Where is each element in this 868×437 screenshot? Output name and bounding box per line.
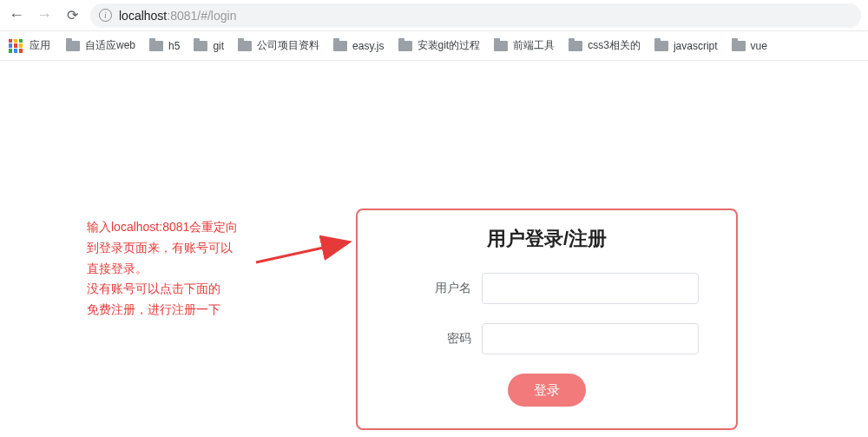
bookmark-item[interactable]: 前端工具 <box>490 38 558 53</box>
browser-toolbar: ← → ⟳ i localhost:8081/#/login <box>0 0 868 31</box>
folder-icon <box>654 41 668 51</box>
username-label: 用户名 <box>395 281 482 296</box>
url-text: localhost:8081/#/login <box>119 9 236 23</box>
address-bar[interactable]: i localhost:8081/#/login <box>90 3 861 28</box>
folder-icon <box>333 41 347 51</box>
forward-button[interactable]: → <box>35 6 54 24</box>
bookmark-item[interactable]: css3相关的 <box>565 38 644 53</box>
bookmark-item[interactable]: javascript <box>651 40 721 52</box>
login-card: 用户登录/注册 用户名 密码 登录 <box>356 209 738 430</box>
password-label: 密码 <box>395 331 482 347</box>
folder-icon <box>149 41 163 51</box>
folder-icon <box>238 41 252 51</box>
svg-line-1 <box>256 242 347 262</box>
username-row: 用户名 <box>375 273 719 304</box>
reload-button[interactable]: ⟳ <box>62 7 82 23</box>
arrow-icon <box>252 232 365 284</box>
bookmark-item[interactable]: 自适应web <box>62 38 139 53</box>
folder-icon <box>569 41 582 51</box>
folder-icon <box>194 41 207 51</box>
bookmark-item[interactable]: git <box>190 40 227 52</box>
folder-icon <box>494 41 508 51</box>
username-input[interactable] <box>482 273 699 304</box>
password-input[interactable] <box>482 323 699 354</box>
back-button[interactable]: ← <box>7 6 26 24</box>
bookmarks-bar: 应用 自适应web h5 git 公司项目资料 easy.js 安装git的过程… <box>0 31 868 61</box>
login-button[interactable]: 登录 <box>508 374 586 407</box>
password-row: 密码 <box>375 323 719 354</box>
bookmark-item[interactable]: 安装git的过程 <box>395 38 484 53</box>
folder-icon <box>398 41 412 51</box>
page-content: 输入localhost:8081会重定向 到登录页面来，有账号可以 直接登录。 … <box>0 61 868 434</box>
folder-icon <box>66 41 80 51</box>
bookmark-item[interactable]: vue <box>728 40 771 52</box>
login-title: 用户登录/注册 <box>375 226 719 252</box>
site-info-icon[interactable]: i <box>99 9 112 22</box>
apps-label[interactable]: 应用 <box>30 38 50 53</box>
bookmark-item[interactable]: h5 <box>146 40 183 52</box>
bookmark-item[interactable]: 公司项目资料 <box>234 38 323 53</box>
apps-icon[interactable] <box>9 39 23 53</box>
folder-icon <box>732 41 746 51</box>
annotation-left: 输入localhost:8081会重定向 到登录页面来，有账号可以 直接登录。 … <box>87 217 238 321</box>
bookmark-item[interactable]: easy.js <box>330 40 387 52</box>
